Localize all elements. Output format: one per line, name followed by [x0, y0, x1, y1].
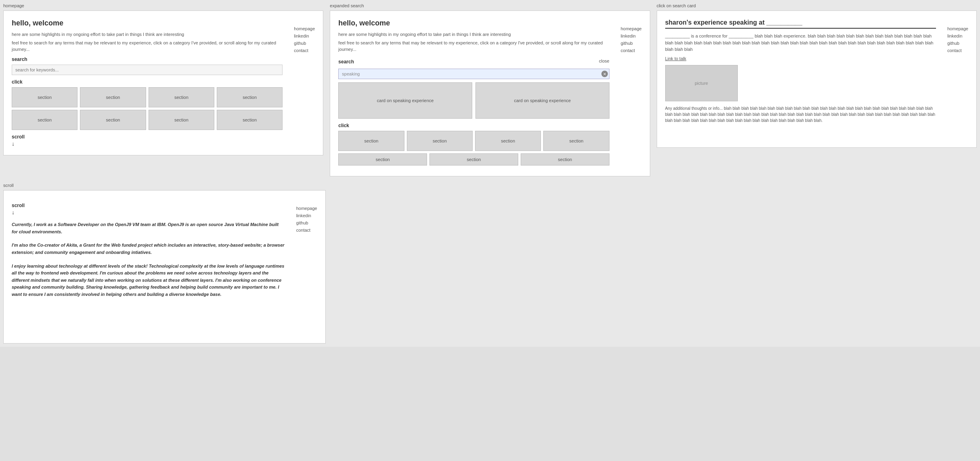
homepage-panel-wrapper: homepage hello, welcome here are some hi…	[0, 0, 327, 180]
expanded-search-nav: homepage linkedin github contact	[618, 23, 650, 56]
card-detail-title: sharon's experience speaking at ________…	[665, 19, 936, 29]
expanded-search-input[interactable]	[338, 69, 609, 79]
expanded-search-panel-wrapper: expanded search hello, welcome here are …	[327, 0, 653, 180]
search-input[interactable]	[12, 65, 283, 75]
exp-section-4[interactable]: section	[543, 131, 609, 151]
section-card-3[interactable]: section	[149, 87, 214, 107]
expanded-search-label: expanded search	[330, 3, 650, 8]
homepage-intro2: feel free to search for any terms that m…	[12, 40, 283, 52]
homepage-title: hello, welcome	[12, 19, 283, 27]
expanded-search-panel: hello, welcome here are some highlights …	[330, 10, 650, 176]
click-search-card-label: click on search card	[657, 3, 977, 8]
scroll-arrow: ↓	[12, 140, 283, 147]
expanded-sections-partial: section section section	[338, 153, 609, 166]
nav-homepage-1[interactable]: homepage	[294, 26, 320, 31]
sections-row1: section section section section	[12, 87, 283, 107]
bio-text-3: I enjoy learning about technology at dif…	[12, 263, 285, 298]
nav-contact-2[interactable]: contact	[621, 48, 647, 53]
nav-contact-3[interactable]: contact	[947, 48, 973, 53]
picture-label: picture	[695, 81, 708, 86]
section-card-5[interactable]: section	[12, 110, 77, 130]
section-card-1[interactable]: section	[12, 87, 77, 107]
expanded-intro2: feel free to search for any terms that m…	[338, 40, 609, 52]
bottom-filler-1	[329, 180, 980, 347]
homepage-panel: hello, welcome here are some highlights …	[3, 10, 323, 155]
nav-linkedin-1[interactable]: linkedin	[294, 34, 320, 38]
card-detail-main: sharon's experience speaking at ________…	[657, 11, 976, 147]
card-detail-nav: homepage linkedin github contact	[944, 23, 976, 56]
exp-partial-3[interactable]: section	[521, 153, 609, 166]
nav-linkedin-3[interactable]: linkedin	[947, 34, 973, 38]
search-result-card-2[interactable]: card on speaking experience	[475, 82, 609, 119]
expanded-intro1: here are some highlights in my ongoing e…	[338, 31, 609, 38]
click-search-card-panel-wrapper: click on search card sharon's experience…	[653, 0, 980, 180]
search-input-row: ✕	[338, 69, 609, 79]
scroll-panel: scroll ↓ Currently, I work as a Software…	[3, 190, 326, 344]
scroll-panel-nav: homepage linkedin github contact	[293, 203, 325, 236]
homepage-nav: homepage linkedin github contact	[291, 23, 323, 56]
picture-box: picture	[665, 65, 738, 101]
scroll-label: scroll	[12, 134, 283, 140]
expanded-click-label: click	[338, 123, 609, 128]
nav-homepage-2[interactable]: homepage	[621, 26, 647, 31]
scroll-section-arrow: ↓	[12, 209, 285, 216]
exp-section-2[interactable]: section	[407, 131, 473, 151]
expanded-sections-row1: section section section section	[338, 131, 609, 151]
exp-section-1[interactable]: section	[338, 131, 404, 151]
nav-github-1[interactable]: github	[294, 41, 320, 46]
section-card-6[interactable]: section	[80, 110, 146, 130]
exp-partial-2[interactable]: section	[429, 153, 518, 166]
section-card-2[interactable]: section	[80, 87, 146, 107]
nav-contact-4[interactable]: contact	[296, 228, 322, 233]
additional-text: Any additional thoughts or info... blah …	[665, 105, 936, 124]
scroll-main-content: scroll ↓ Currently, I work as a Software…	[4, 191, 325, 343]
click-search-card-panel: sharon's experience speaking at ________…	[657, 10, 977, 148]
search-wrapper: ✕	[338, 69, 609, 79]
click-section-label: click	[12, 79, 283, 85]
section-card-4[interactable]: section	[217, 87, 283, 107]
nav-github-2[interactable]: github	[621, 41, 647, 46]
search-result-card-1[interactable]: card on speaking experience	[338, 82, 472, 119]
homepage-main-content: hello, welcome here are some highlights …	[4, 11, 323, 155]
exp-partial-1[interactable]: section	[338, 153, 427, 166]
section-card-7[interactable]: section	[149, 110, 214, 130]
search-top-row: search close	[338, 55, 609, 67]
close-button[interactable]: close	[599, 59, 609, 63]
expanded-search-main: hello, welcome here are some highlights …	[330, 11, 649, 176]
nav-homepage-3[interactable]: homepage	[947, 26, 973, 31]
sections-row2: section section section section	[12, 110, 283, 130]
nav-linkedin-2[interactable]: linkedin	[621, 34, 647, 38]
nav-github-4[interactable]: github	[296, 220, 322, 225]
nav-contact-1[interactable]: contact	[294, 48, 320, 53]
exp-section-3[interactable]: section	[475, 131, 541, 151]
search-section-label: search	[12, 57, 283, 62]
section-card-8[interactable]: section	[217, 110, 283, 130]
search-clear-button[interactable]: ✕	[601, 71, 608, 77]
card-detail-desc: __________ is a conference for _________…	[665, 33, 936, 53]
link-to-talk[interactable]: Link to talk	[665, 56, 936, 61]
scroll-panel-wrapper: scroll scroll ↓ Currently, I work as a S…	[0, 180, 329, 347]
expanded-search-section-label: search	[338, 59, 354, 65]
search-results-grid: card on speaking experience card on spea…	[338, 82, 609, 119]
nav-linkedin-4[interactable]: linkedin	[296, 213, 322, 218]
scroll-section-label: scroll	[12, 203, 285, 208]
nav-homepage-4[interactable]: homepage	[296, 206, 322, 211]
homepage-intro1: here are some highlights in my ongoing e…	[12, 31, 283, 38]
expanded-title: hello, welcome	[338, 19, 609, 27]
nav-github-3[interactable]: github	[947, 41, 973, 46]
bio-text-1: Currently, I work as a Software Develope…	[12, 221, 285, 235]
scroll-panel-label: scroll	[3, 183, 326, 188]
bio-text-2: I'm also the Co-creator of Akita, a Gran…	[12, 242, 285, 256]
homepage-panel-label: homepage	[3, 3, 323, 8]
